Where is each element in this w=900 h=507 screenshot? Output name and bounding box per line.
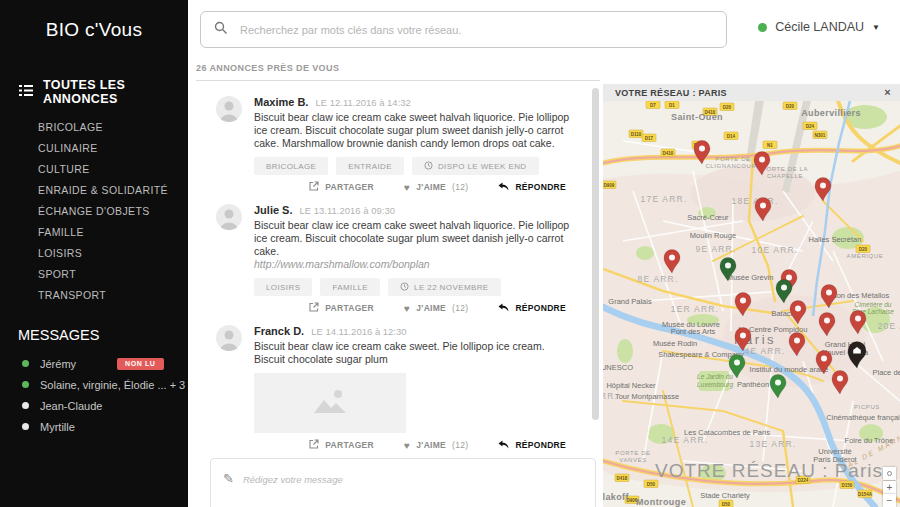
pencil-icon: ✎ bbox=[223, 472, 234, 485]
svg-text:D17: D17 bbox=[645, 136, 654, 141]
chevron-down-icon: ▼ bbox=[872, 23, 880, 32]
map-label: Aubervilliers bbox=[801, 108, 861, 118]
reply-button[interactable]: RÉPONDRE bbox=[498, 440, 566, 451]
map-canvas[interactable]: D7D1D20D20D110D17D410D410D111D14N1D24N30… bbox=[603, 101, 900, 507]
map-label: Luxembourg bbox=[697, 381, 734, 389]
app-window: BIO c'Vous TOUTES LES ANNONCES BRICOLAGE… bbox=[0, 0, 900, 507]
feed-scrollbar[interactable] bbox=[592, 88, 599, 420]
like-button[interactable]: ♥ J'AIME (12) bbox=[404, 303, 468, 314]
reply-button[interactable]: RÉPONDRE bbox=[498, 182, 566, 193]
road-shield: D909 bbox=[603, 181, 616, 189]
sidebar-item-all-annonces[interactable]: TOUTES LES ANNONCES bbox=[0, 78, 188, 106]
reply-icon bbox=[498, 182, 509, 193]
road-shield: D7 bbox=[646, 101, 660, 109]
map-label: Musée Rodin bbox=[653, 339, 697, 348]
unread-badge: NON LU bbox=[117, 358, 163, 370]
svg-text:D20: D20 bbox=[859, 247, 868, 252]
sidebar-item-2[interactable]: CULTURE bbox=[0, 158, 188, 179]
feed: Maxime B.LE 12.11.2016 à 14:32 Biscuit b… bbox=[196, 81, 600, 507]
share-button[interactable]: PARTAGER bbox=[309, 181, 374, 193]
user-menu[interactable]: Cécile LANDAU ▼ bbox=[758, 20, 880, 34]
sidebar-item-0[interactable]: BRICOLAGE bbox=[0, 116, 188, 137]
message-item[interactable]: Myrtille bbox=[0, 416, 188, 437]
map-label: VANVES bbox=[619, 457, 647, 463]
status-dot bbox=[22, 402, 29, 409]
sidebar-item-7[interactable]: SPORT bbox=[0, 263, 188, 284]
message-name: Solaine, virginie, Élodie ... + 3 bbox=[40, 379, 185, 391]
message-item[interactable]: JérémyNON LU bbox=[0, 353, 188, 374]
tag-pill[interactable]: FAMILLE bbox=[320, 278, 380, 296]
map-label: Musée Grévin bbox=[727, 273, 774, 282]
map-label: 4E ARR. bbox=[745, 346, 786, 356]
time-tag-label: LE 22 NOVEMBRE bbox=[414, 283, 489, 292]
svg-text:D20: D20 bbox=[786, 104, 795, 109]
map-label: Hôpital Necker bbox=[606, 381, 656, 390]
user-name: Cécile LANDAU bbox=[775, 20, 864, 34]
post-link[interactable]: http://www.marshmallow.com/bonplan bbox=[254, 258, 576, 271]
sidebar-item-3[interactable]: ENRAIDE & SOLIDARITÉ bbox=[0, 179, 188, 200]
post-timestamp: LE 14.11.2016 à 12:30 bbox=[311, 326, 406, 337]
map-label: Grand Palais bbox=[608, 297, 652, 306]
share-button[interactable]: PARTAGER bbox=[309, 439, 374, 451]
sidebar-item-1[interactable]: CULINAIRE bbox=[0, 137, 188, 158]
time-tag-label: DISPO LE WEEK END bbox=[438, 162, 527, 171]
like-label: J'AIME bbox=[416, 303, 446, 313]
post-author[interactable]: Franck D. bbox=[254, 325, 304, 337]
status-dot bbox=[22, 423, 29, 430]
map-title: VOTRE RÉSEAU : PARIS bbox=[615, 88, 727, 98]
share-button[interactable]: PARTAGER bbox=[309, 302, 374, 314]
like-button[interactable]: ♥ J'AIME (12) bbox=[404, 440, 468, 451]
post-image-placeholder[interactable] bbox=[254, 373, 406, 433]
road-shield: D50 bbox=[644, 480, 658, 488]
clock-icon bbox=[400, 282, 409, 293]
share-icon bbox=[309, 181, 319, 193]
pegman-icon bbox=[887, 471, 892, 476]
road-shield: D150 bbox=[840, 481, 854, 489]
time-tag-pill[interactable]: LE 22 NOVEMBRE bbox=[388, 278, 501, 296]
close-icon[interactable]: × bbox=[884, 87, 891, 98]
message-composer[interactable]: ✎ Rédigez votre message bbox=[210, 458, 596, 507]
search-input[interactable] bbox=[238, 23, 713, 37]
list-icon bbox=[19, 85, 33, 99]
all-annonces-label: TOUTES LES ANNONCES bbox=[43, 78, 188, 106]
map-label: 1ER ARR. bbox=[671, 304, 719, 314]
time-tag-pill[interactable]: DISPO LE WEEK END bbox=[412, 157, 539, 175]
map-label: alakoff bbox=[603, 492, 630, 502]
post-author[interactable]: Julie S. bbox=[254, 204, 293, 216]
post-timestamp: LE 12.11.2016 à 14:32 bbox=[315, 97, 410, 108]
like-button[interactable]: ♥ J'AIME (12) bbox=[404, 182, 468, 193]
share-label: PARTAGER bbox=[325, 303, 374, 313]
sidebar-item-8[interactable]: TRANSPORT bbox=[0, 284, 188, 305]
like-count: (12) bbox=[452, 303, 468, 313]
map-label: Stade Charléty bbox=[700, 491, 750, 500]
post-body: Biscuit bear claw ice cream cake sweet. … bbox=[254, 340, 576, 366]
svg-text:D154A: D154A bbox=[858, 492, 873, 497]
road-shield: N301 bbox=[813, 131, 827, 139]
map-label: Cimetière du bbox=[855, 301, 892, 308]
svg-text:D50: D50 bbox=[722, 502, 731, 507]
zoom-out-button[interactable]: − bbox=[883, 494, 896, 507]
map-label: Le Jardin du bbox=[697, 373, 733, 380]
zoom-in-button[interactable]: + bbox=[883, 481, 896, 494]
tag-pill[interactable]: BRICOLAGE bbox=[254, 157, 328, 175]
pegman-button[interactable] bbox=[883, 467, 896, 480]
feed-post: Franck D.LE 14.11.2016 à 12:30 Biscuit b… bbox=[196, 313, 600, 450]
post-body: Biscuit bear claw ice cream cake sweet h… bbox=[254, 219, 576, 258]
post-timestamp: LE 13.11.2016 à 09:30 bbox=[300, 205, 395, 216]
map-label: PORTE DE LA bbox=[762, 166, 808, 172]
sidebar-item-6[interactable]: LOISIRS bbox=[0, 242, 188, 263]
sidebar-item-4[interactable]: ÉCHANGE D'OBJETS bbox=[0, 200, 188, 221]
reply-label: RÉPONDRE bbox=[515, 440, 566, 450]
tag-pill[interactable]: ENTRAIDE bbox=[336, 157, 404, 175]
post-author[interactable]: Maxime B. bbox=[254, 96, 308, 108]
message-item[interactable]: Solaine, virginie, Élodie ... + 3 bbox=[0, 374, 188, 395]
sidebar-item-5[interactable]: FAMILLE bbox=[0, 221, 188, 242]
road-shield: D110 bbox=[629, 130, 643, 138]
message-item[interactable]: Jean-Claude bbox=[0, 395, 188, 416]
road-shield: D14 bbox=[724, 132, 738, 140]
map-label: Saint-Ouen bbox=[671, 112, 723, 122]
reply-button[interactable]: RÉPONDRE bbox=[498, 303, 566, 314]
map-label: Cinémathèque française bbox=[826, 413, 900, 422]
map-label: Halles Secrétan bbox=[809, 235, 862, 244]
tag-pill[interactable]: LOISIRS bbox=[254, 278, 312, 296]
